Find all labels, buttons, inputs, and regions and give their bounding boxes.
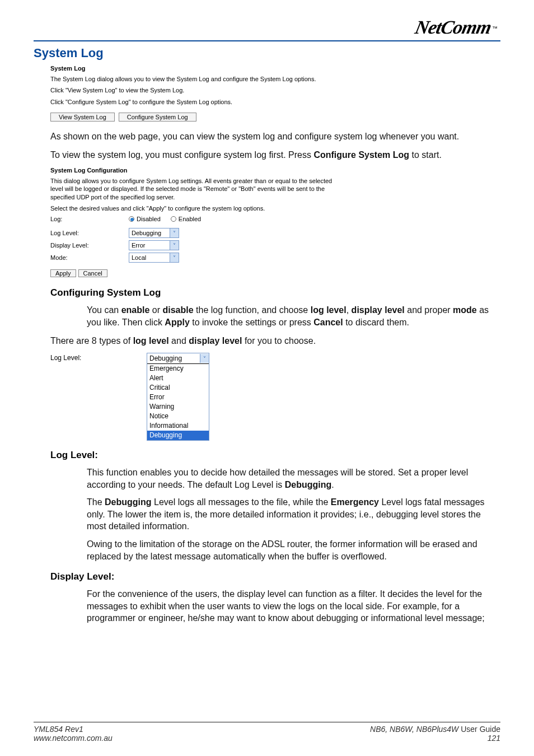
ss1-p3: Click "Configure System Log" to configur… xyxy=(50,98,386,106)
heading-display-level: Display Level: xyxy=(50,571,500,582)
ll2d: Emergency xyxy=(331,497,379,507)
cancel-button[interactable]: Cancel xyxy=(78,269,107,277)
cfg-g: , xyxy=(346,305,352,315)
loglevel-dropdown-label: Log Level: xyxy=(50,353,147,441)
ll2c: Level logs all messages to the file, whi… xyxy=(152,497,331,507)
mode-select[interactable]: Local ˅ xyxy=(129,253,179,263)
b3d: display level xyxy=(189,336,242,346)
chevron-down-icon: ˅ xyxy=(200,354,209,363)
displevel-row: Display Level: Error ˅ xyxy=(50,240,500,250)
loglevel-value: Debugging xyxy=(132,230,161,236)
view-system-log-button[interactable]: View System Log xyxy=(50,113,115,122)
footer-page: 121 xyxy=(370,734,500,743)
b3b: log level xyxy=(133,336,169,346)
ss1-title: System Log xyxy=(50,65,500,72)
b3a: There are 8 types of xyxy=(50,336,133,346)
loglevel-label: Log Level: xyxy=(50,230,129,236)
dl-p1: For the convenience of the users, the di… xyxy=(87,588,500,624)
body-paragraph-3: There are 8 types of log level and displ… xyxy=(50,335,500,347)
header-rule xyxy=(34,40,500,41)
ll1c: . xyxy=(331,480,334,489)
cfg-f: log level xyxy=(311,305,346,315)
log-enabled-label: Enabled xyxy=(179,216,201,222)
cfg-e: the log function, and choose xyxy=(194,305,311,315)
ss1-p2: Click "View System Log" to view the Syst… xyxy=(50,86,386,94)
screenshot-system-log-config: System Log Configuration This dialog all… xyxy=(50,167,500,278)
ll-p1: This function enables you to decide how … xyxy=(87,466,500,491)
loglevel-dropdown-list: Emergency Alert Critical Error Warning N… xyxy=(147,363,209,440)
body-paragraph-2: To view the system log, you must configu… xyxy=(50,149,500,161)
displevel-select[interactable]: Error ˅ xyxy=(129,240,179,250)
ll1a: This function enables you to decide how … xyxy=(87,468,468,489)
configure-system-log-button[interactable]: Configure System Log xyxy=(119,113,196,122)
loglevel-opt-notice[interactable]: Notice xyxy=(147,412,209,421)
apply-button[interactable]: Apply xyxy=(50,269,76,277)
cfg-m: to invoke the settings or press xyxy=(190,318,313,327)
cfg-b: enable xyxy=(121,305,150,315)
loglevel-row: Log Level: Debugging ˅ xyxy=(50,228,500,238)
brand-logo: NetComm™ xyxy=(34,11,500,38)
heading-log-level: Log Level: xyxy=(50,450,500,461)
body-paragraph-1: As shown on the web page, you can view t… xyxy=(50,130,500,143)
loglevel-select[interactable]: Debugging ˅ xyxy=(129,228,179,238)
loglevel-opt-alert[interactable]: Alert xyxy=(147,374,209,383)
b3c: and xyxy=(169,336,189,346)
chevron-down-icon: ˅ xyxy=(170,253,179,262)
mode-value: Local xyxy=(132,254,146,261)
screenshot-system-log: System Log The System Log dialog allows … xyxy=(50,65,500,123)
loglevel-dropdown-selected: Debugging xyxy=(149,354,182,362)
loglevel-opt-warning[interactable]: Warning xyxy=(147,402,209,412)
cfg-c: or xyxy=(149,305,162,315)
cfg-l: Apply xyxy=(165,318,189,327)
mode-label: Mode: xyxy=(50,254,129,261)
loglevel-opt-error[interactable]: Error xyxy=(147,393,209,402)
log-disabled-radio[interactable] xyxy=(129,216,134,222)
logo-text: NetComm xyxy=(413,17,493,38)
loglevel-opt-critical[interactable]: Critical xyxy=(147,383,209,393)
ll1b: Debugging xyxy=(285,480,332,489)
cfg-h: display level xyxy=(352,305,405,315)
ss2-p2: Select the desired values and click "App… xyxy=(50,204,341,212)
footer-rev: YML854 Rev1 xyxy=(34,725,113,734)
displevel-label: Display Level: xyxy=(50,242,129,249)
chevron-down-icon: ˅ xyxy=(170,241,179,250)
body2-a: To view the system log, you must configu… xyxy=(50,150,313,160)
cfg-d: disable xyxy=(163,305,194,315)
loglevel-dropdown-open[interactable]: Debugging ˅ Emergency Alert Critical Err… xyxy=(147,353,209,441)
heading-configuring-system-log: Configuring System Log xyxy=(50,287,500,298)
log-row: Log: Disabled Enabled xyxy=(50,216,500,222)
ll2b: Debugging xyxy=(105,497,152,507)
cfg-i: and proper xyxy=(405,305,453,315)
ll2a: The xyxy=(87,497,105,507)
body2-b: Configure System Log xyxy=(313,150,409,160)
loglevel-opt-emergency[interactable]: Emergency xyxy=(147,364,209,374)
cfg-paragraph: You can enable or disable the log functi… xyxy=(87,304,500,328)
b3e: for you to choose. xyxy=(242,336,316,346)
log-label: Log: xyxy=(50,216,129,222)
ss2-title: System Log Configuration xyxy=(50,167,500,174)
cfg-n: Cancel xyxy=(313,318,343,327)
loglevel-dropdown-figure: Log Level: Debugging ˅ Emergency Alert C… xyxy=(50,353,500,441)
loglevel-opt-informational[interactable]: Informational xyxy=(147,421,209,431)
page-footer: YML854 Rev1 www.netcomm.com.au NB6, NB6W… xyxy=(34,722,500,743)
cfg-a: You can xyxy=(87,305,121,315)
displevel-value: Error xyxy=(132,242,145,249)
log-disabled-label: Disabled xyxy=(137,216,161,222)
footer-models: NB6, NB6W, NB6Plus4W xyxy=(370,725,458,734)
mode-row: Mode: Local ˅ xyxy=(50,253,500,263)
loglevel-opt-debugging[interactable]: Debugging xyxy=(147,431,209,440)
ss2-p1: This dialog allows you to configure Syst… xyxy=(50,177,341,201)
section-heading-system-log: System Log xyxy=(34,46,500,60)
ll-p2: The Debugging Level logs all messages to… xyxy=(87,496,500,533)
ss1-p1: The System Log dialog allows you to view… xyxy=(50,75,386,83)
cfg-j: mode xyxy=(453,305,477,315)
log-enabled-radio[interactable] xyxy=(171,216,176,222)
chevron-down-icon: ˅ xyxy=(170,228,179,237)
footer-url: www.netcomm.com.au xyxy=(34,734,113,743)
footer-guide: User Guide xyxy=(458,725,500,734)
cfg-o: to discard them. xyxy=(343,318,409,327)
body2-c: to start. xyxy=(409,150,442,160)
tm-mark: ™ xyxy=(492,25,498,31)
ll-p3: Owing to the limitation of the storage o… xyxy=(87,538,500,562)
